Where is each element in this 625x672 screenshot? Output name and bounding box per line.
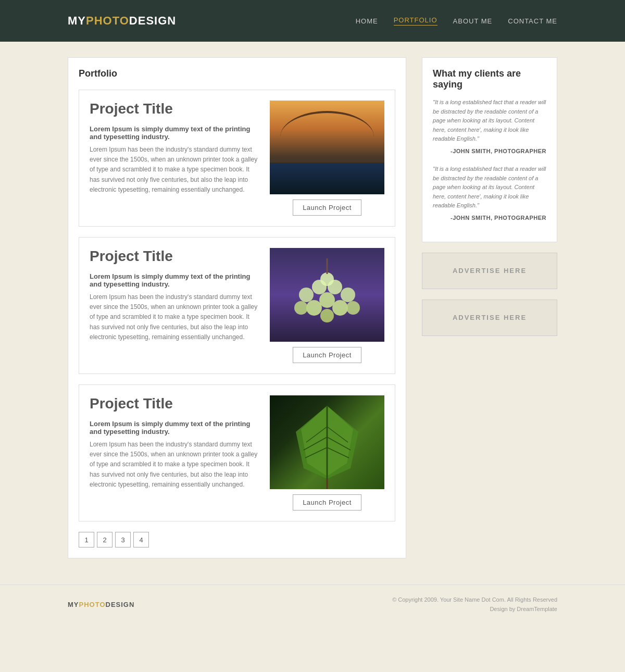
footer-copyright: © Copyright 2009. Your Site Name Dot Com… xyxy=(392,595,557,605)
portfolio-section: Portfolio Project Title Lorem Ipsum is s… xyxy=(68,57,406,558)
testimonial-author-1: -JOHN SMITH, PHOTOGRAPHER xyxy=(433,148,546,154)
testimonial-1: "It is a long established fact that a re… xyxy=(433,98,546,154)
project-content-3: Project Title Lorem Ipsum is simply dumm… xyxy=(90,395,259,490)
ad-label-2: ADVERTISE HERE xyxy=(453,314,527,321)
project-card-3: Project Title Lorem Ipsum is simply dumm… xyxy=(79,384,395,521)
testimonials-title: What my clients are saying xyxy=(433,68,546,90)
testimonials-box: What my clients are saying "It is a long… xyxy=(422,57,557,242)
project-image-leaf xyxy=(270,395,384,489)
nav-home[interactable]: HOME xyxy=(356,17,378,25)
nav-contact-me[interactable]: CONTACT ME xyxy=(508,17,557,25)
nav-about-me[interactable]: ABOUT ME xyxy=(453,17,493,25)
project-bold-desc-1: Lorem Ipsum is simply dummy text of the … xyxy=(90,125,259,141)
grapes-svg xyxy=(270,248,384,342)
project-title-1: Project Title xyxy=(90,101,259,117)
launch-project-btn-1[interactable]: Launch Project xyxy=(293,200,361,216)
project-desc-3: Lorem Ipsum has been the industry's stan… xyxy=(90,440,259,490)
svg-point-0 xyxy=(319,292,335,308)
page-btn-2[interactable]: 2 xyxy=(97,532,113,547)
svg-point-9 xyxy=(320,272,334,286)
pagination: 1 2 3 4 xyxy=(79,532,395,547)
site-footer: MYPHOTODESIGN © Copyright 2009. Your Sit… xyxy=(0,584,625,624)
project-image-bridge xyxy=(270,101,384,194)
svg-point-2 xyxy=(332,300,348,316)
project-content-2: Project Title Lorem Ipsum is simply dumm… xyxy=(90,248,259,342)
footer-logo-photo: PHOTO xyxy=(79,601,106,608)
page-btn-1[interactable]: 1 xyxy=(79,532,94,547)
footer-logo-design: DESIGN xyxy=(106,601,135,608)
project-title-3: Project Title xyxy=(90,395,259,412)
project-desc-1: Lorem Ipsum has been the industry's stan… xyxy=(90,145,259,195)
project-title-2: Project Title xyxy=(90,248,259,265)
project-bold-desc-2: Lorem Ipsum is simply dummy text of the … xyxy=(90,272,259,288)
testimonial-2: "It is a long established fact that a re… xyxy=(433,165,546,221)
leaf-svg xyxy=(270,395,384,489)
testimonial-text-2: "It is a long established fact that a re… xyxy=(433,165,546,210)
sidebar: What my clients are saying "It is a long… xyxy=(422,57,557,558)
logo-photo: PHOTO xyxy=(86,14,129,27)
launch-project-btn-2[interactable]: Launch Project xyxy=(293,347,361,363)
nav-portfolio[interactable]: PORTFOLIO xyxy=(394,16,438,26)
project-card-2: Project Title Lorem Ipsum is simply dumm… xyxy=(79,237,395,374)
site-header: MYPHOTODESIGN HOME PORTFOLIO ABOUT ME CO… xyxy=(0,0,625,42)
page-btn-4[interactable]: 4 xyxy=(133,532,149,547)
ad-box-1[interactable]: ADVERTISE HERE xyxy=(422,253,557,289)
project-content-1: Project Title Lorem Ipsum is simply dumm… xyxy=(90,101,259,195)
ad-box-2[interactable]: ADVERTISE HERE xyxy=(422,300,557,336)
testimonial-text-1: "It is a long established fact that a re… xyxy=(433,98,546,144)
page-btn-3[interactable]: 3 xyxy=(115,532,131,547)
svg-point-4 xyxy=(341,288,355,302)
site-logo: MYPHOTODESIGN xyxy=(68,14,176,28)
project-image-block-3: Launch Project xyxy=(270,395,384,511)
bridge-arch xyxy=(280,111,374,163)
project-card-1: Project Title Lorem Ipsum is simply dumm… xyxy=(79,90,395,227)
project-bold-desc-3: Lorem Ipsum is simply dummy text of the … xyxy=(90,420,259,435)
footer-right: © Copyright 2009. Your Site Name Dot Com… xyxy=(392,595,557,614)
project-desc-2: Lorem Ipsum has been the industry's stan… xyxy=(90,292,259,342)
ad-label-1: ADVERTISE HERE xyxy=(453,267,527,275)
svg-point-10 xyxy=(320,309,334,322)
footer-logo-my: MY xyxy=(68,601,79,608)
svg-point-3 xyxy=(299,288,314,302)
logo-design: DESIGN xyxy=(129,14,176,27)
bridge-road xyxy=(270,163,384,166)
footer-credit: Design by DreamTemplate xyxy=(392,605,557,614)
svg-point-7 xyxy=(294,301,308,315)
svg-point-1 xyxy=(306,300,322,316)
portfolio-title: Portfolio xyxy=(79,68,395,79)
main-nav: HOME PORTFOLIO ABOUT ME CONTACT ME xyxy=(356,16,557,26)
svg-point-8 xyxy=(346,301,360,315)
testimonial-author-2: -JOHN SMITH, PHOTOGRAPHER xyxy=(433,215,546,221)
project-image-grapes xyxy=(270,248,384,342)
project-image-block-2: Launch Project xyxy=(270,248,384,363)
main-container: Portfolio Project Title Lorem Ipsum is s… xyxy=(68,42,557,579)
logo-my: MY xyxy=(68,14,86,27)
footer-logo: MYPHOTODESIGN xyxy=(68,601,134,608)
project-image-block-1: Launch Project xyxy=(270,101,384,216)
launch-project-btn-3[interactable]: Launch Project xyxy=(293,494,361,511)
